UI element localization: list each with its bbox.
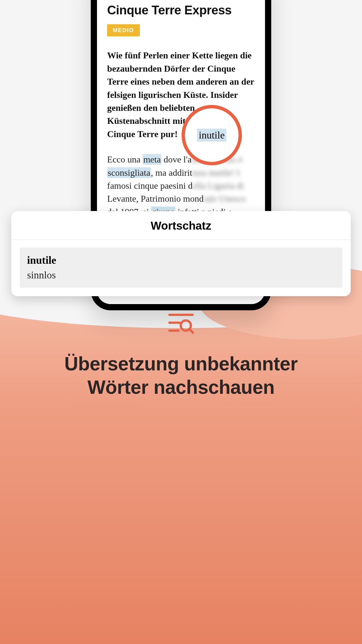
vocabulary-popup[interactable]: Wortschatz inutile sinnlos	[11, 211, 351, 296]
list-search-icon	[168, 313, 194, 335]
highlighted-word-meta[interactable]: meta	[143, 154, 161, 165]
difficulty-badge: MEDIO	[107, 24, 140, 36]
body-text-fragment: Levante, Patrimonio mond	[107, 194, 204, 204]
vocabulary-term: inutile	[27, 254, 335, 266]
svg-line-4	[190, 329, 193, 333]
blurred-text: iale Unesco	[204, 194, 246, 204]
body-text-fragment: famosi cinque paesini d	[107, 181, 193, 191]
promo-section: Übersetzung unbekannter Wörter nachschau…	[0, 313, 362, 399]
highlighted-word-sconsigliata[interactable]: sconsigliata	[107, 167, 151, 178]
body-text-fragment: , ma addirit	[151, 168, 192, 178]
magnifier-word: inutile	[197, 129, 226, 142]
vocabulary-definition: sinnlos	[27, 269, 335, 281]
vocabulary-popup-body: inutile sinnlos	[11, 240, 351, 296]
vocabulary-popup-title: Wortschatz	[11, 211, 351, 240]
promo-headline: Übersetzung unbekannter Wörter nachschau…	[0, 352, 362, 399]
blurred-text: tura inutile! I	[192, 168, 240, 178]
promo-line-2: Wörter nachschauen	[87, 376, 275, 398]
vocabulary-entry[interactable]: inutile sinnlos	[20, 248, 342, 288]
article-title: Cinque Terre Express	[107, 3, 255, 17]
blurred-text: ella Liguria di	[193, 181, 244, 191]
promo-line-1: Übersetzung unbekannter	[64, 353, 297, 374]
magnifier-circle: inutile	[182, 105, 242, 165]
body-text-fragment: dove l'a	[161, 154, 191, 164]
body-text-fragment: Ecco una	[107, 154, 143, 164]
article-body[interactable]: Ecco una meta dove l'auto non solo è sco…	[107, 153, 255, 218]
